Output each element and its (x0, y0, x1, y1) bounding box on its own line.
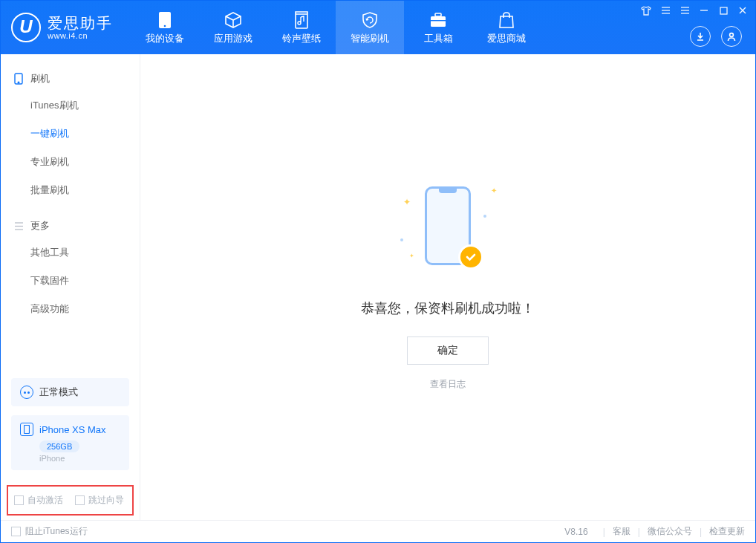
device-small-icon (20, 423, 33, 436)
mode-icon (20, 386, 33, 399)
success-illustration: ✦ ✦ ✦ (388, 183, 507, 280)
app-window: U 爱思助手 www.i4.cn 我的设备 应用游戏 铃声壁纸 智能刷机 (0, 0, 756, 543)
sparkle-icon: ✦ (409, 253, 414, 259)
download-button[interactable] (690, 26, 711, 47)
svg-rect-12 (720, 7, 727, 14)
svg-rect-3 (435, 13, 441, 16)
music-icon (291, 10, 312, 30)
mode-label: 正常模式 (39, 386, 78, 399)
minimize-icon[interactable] (699, 5, 709, 16)
app-subtitle: www.i4.cn (48, 31, 113, 40)
refresh-shield-icon (359, 10, 380, 30)
update-link[interactable]: 检查更新 (709, 525, 745, 538)
version-label: V8.16 (564, 527, 587, 537)
maximize-icon[interactable] (718, 5, 729, 16)
main-content: ✦ ✦ ✦ 恭喜您，保资料刷机成功啦！ 确定 查看日志 (140, 54, 755, 520)
support-link[interactable]: 客服 (613, 525, 630, 538)
wechat-link[interactable]: 微信公众号 (648, 525, 692, 538)
sidebar-item-other-tools[interactable]: 其他工具 (1, 238, 140, 267)
sparkle-icon: ✦ (491, 186, 497, 195)
close-icon[interactable] (737, 5, 748, 16)
mode-card[interactable]: 正常模式 (11, 378, 129, 406)
sidebar-item-download-firmware[interactable]: 下载固件 (1, 267, 140, 295)
success-title: 恭喜您，保资料刷机成功啦！ (361, 299, 535, 317)
device-icon (154, 10, 175, 30)
lines-icon (13, 220, 25, 232)
device-card[interactable]: iPhone XS Max 256GB iPhone (11, 415, 129, 470)
statusbar: 阻止iTunes运行 V8.16 | 客服 | 微信公众号 | 检查更新 (1, 520, 755, 542)
list-icon[interactable] (660, 5, 671, 16)
checkbox-icon (11, 527, 21, 536)
tshirt-icon[interactable] (641, 5, 651, 16)
sidebar: 刷机 iTunes刷机 一键刷机 专业刷机 批量刷机 更多 其他工具 下载固件 … (1, 54, 140, 520)
sidebar-item-pro-flash[interactable]: 专业刷机 (1, 148, 140, 176)
account-button[interactable] (721, 26, 742, 47)
check-auto-activate[interactable]: 自动激活 (14, 494, 63, 507)
phone-small-icon (13, 73, 25, 85)
sidebar-item-advanced[interactable]: 高级功能 (1, 295, 140, 323)
device-type: iPhone (39, 454, 120, 463)
nav-apps-games[interactable]: 应用游戏 (199, 1, 267, 54)
view-log-link[interactable]: 查看日志 (430, 378, 466, 391)
checkmark-badge-icon (458, 244, 483, 270)
svg-rect-21 (25, 426, 30, 434)
app-title: 爱思助手 (48, 15, 113, 31)
svg-rect-4 (431, 20, 446, 21)
ok-button[interactable]: 确定 (407, 336, 489, 365)
bag-icon (496, 10, 517, 30)
nav-ringtones[interactable]: 铃声壁纸 (267, 1, 336, 54)
sparkle-icon: ✦ (403, 197, 411, 207)
svg-point-15 (730, 33, 734, 37)
nav-toolbox[interactable]: 工具箱 (404, 1, 472, 54)
header: U 爱思助手 www.i4.cn 我的设备 应用游戏 铃声壁纸 智能刷机 (1, 1, 755, 54)
check-block-itunes[interactable]: 阻止iTunes运行 (11, 525, 88, 538)
device-capacity: 256GB (39, 440, 79, 452)
nav-my-device[interactable]: 我的设备 (131, 1, 199, 54)
titlebar-controls (641, 5, 748, 16)
logo[interactable]: U 爱思助手 www.i4.cn (1, 1, 126, 54)
highlighted-options: 自动激活 跳过向导 (7, 485, 134, 516)
device-name: iPhone XS Max (39, 424, 106, 435)
nav-smart-flash[interactable]: 智能刷机 (336, 1, 404, 54)
nav-store[interactable]: 爱思商城 (472, 1, 541, 54)
checkbox-icon (75, 495, 85, 505)
sidebar-item-oneclick-flash[interactable]: 一键刷机 (1, 120, 140, 148)
body: 刷机 iTunes刷机 一键刷机 专业刷机 批量刷机 更多 其他工具 下载固件 … (1, 54, 755, 520)
svg-point-1 (164, 25, 166, 27)
logo-icon: U (11, 13, 41, 42)
check-skip-guide[interactable]: 跳过向导 (75, 494, 124, 507)
sidebar-item-itunes-flash[interactable]: iTunes刷机 (1, 91, 140, 120)
menu-icon[interactable] (680, 5, 690, 16)
svg-rect-2 (431, 16, 446, 27)
cube-icon (223, 10, 244, 30)
checkbox-icon (14, 495, 24, 505)
sidebar-item-batch-flash[interactable]: 批量刷机 (1, 176, 140, 204)
svg-point-17 (18, 82, 19, 83)
header-right (690, 26, 742, 47)
main-nav: 我的设备 应用游戏 铃声壁纸 智能刷机 工具箱 爱思商城 (131, 1, 541, 54)
sidebar-section-more: 更多 (1, 213, 140, 238)
sidebar-section-flash: 刷机 (1, 66, 140, 91)
toolbox-icon (428, 10, 449, 30)
